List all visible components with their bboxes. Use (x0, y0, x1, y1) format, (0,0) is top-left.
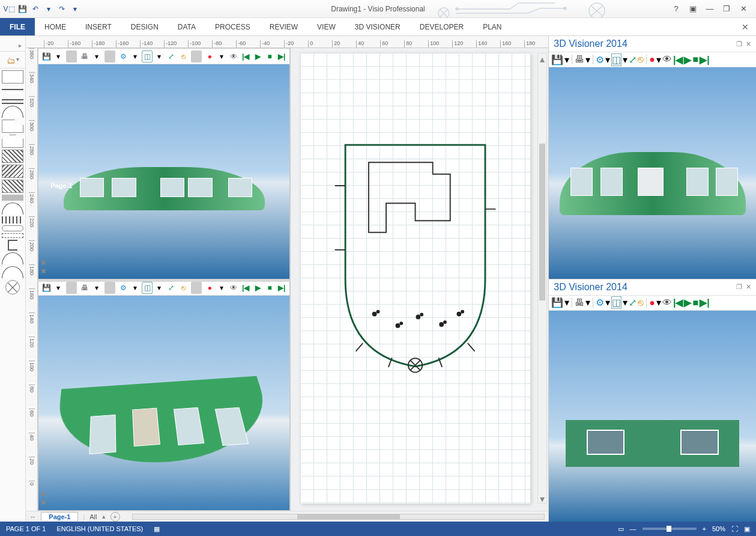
tb-save-icon[interactable]: 💾 (41, 50, 52, 62)
rtb1-eye-icon[interactable]: 👁 (662, 54, 672, 65)
tb-first-icon[interactable]: |◀ (240, 50, 251, 62)
rtb1-record-icon[interactable]: ● (649, 54, 655, 65)
shapes-stencil-icon[interactable]: 🗂 (7, 56, 15, 65)
shape-ceiling-outlet[interactable] (5, 280, 20, 294)
tb-print-dropdown[interactable]: ▾ (91, 50, 102, 62)
qat-undo-dropdown[interactable]: ▾ (43, 4, 54, 14)
3d-pane-front[interactable]: 💾▾ 🖶▾ ⚙▾ ◫▾ ⤢ ⎋ ●▾ 👁 |◀ ▶ ■ ▶| 3D VISION… (38, 48, 290, 279)
shape-hatch-1[interactable] (2, 150, 23, 163)
tb2-box-icon[interactable]: ◫ (142, 282, 153, 294)
shape-bars[interactable] (2, 216, 23, 224)
status-macro-icon[interactable]: ▦ (154, 525, 160, 533)
tb2-expand-icon[interactable]: ⤢ (166, 282, 177, 294)
page-nav-expand[interactable]: ↔ (29, 513, 36, 520)
rtb2-print-icon[interactable]: 🖶 (575, 297, 584, 308)
status-language[interactable]: ENGLISH (UNITED STATES) (56, 525, 143, 532)
vertical-scrollbar[interactable]: ▴ ▾ (537, 53, 547, 504)
tab-data[interactable]: DATA (168, 18, 205, 35)
zoom-out-button[interactable]: — (630, 525, 637, 532)
3d-viewport-2[interactable] (38, 296, 289, 510)
tab-file[interactable]: FILE (0, 18, 35, 35)
shape-slot[interactable] (2, 225, 23, 231)
tb2-eye-icon[interactable]: 👁 (228, 282, 239, 294)
add-page-button[interactable]: + (110, 512, 120, 522)
rtb2-save-icon[interactable]: 💾 (551, 297, 563, 308)
3d-viewport-1[interactable]: Page-1 (38, 64, 289, 279)
shape-line[interactable] (2, 89, 23, 94)
fullscreen-button[interactable]: ▣ (744, 525, 750, 533)
shape-dashed[interactable] (2, 233, 23, 238)
tb2-record-icon[interactable]: ● (204, 282, 215, 294)
rtb2-last-icon[interactable]: ▶| (700, 297, 709, 308)
tab-view[interactable]: VIEW (307, 18, 345, 35)
tb2-print-icon[interactable]: 🖶 (79, 282, 90, 294)
tb-play-icon[interactable]: ▶ (252, 50, 263, 62)
tb2-last-icon[interactable]: ▶| (276, 282, 287, 294)
pushpin-icon[interactable]: ✖ (41, 267, 46, 275)
rp2-close-icon[interactable]: ✕ (746, 283, 751, 291)
rtb1-save-icon[interactable]: 💾 (551, 54, 563, 65)
pin2-icon[interactable]: ✖ (41, 490, 46, 498)
zoom-level[interactable]: 50% (712, 525, 725, 532)
rtb2-stop-icon[interactable]: ■ (692, 297, 698, 308)
vertical-ruler[interactable]: 3603403203002802602402202001801601401201… (26, 48, 38, 511)
floorplan-pane[interactable]: ▴ ▾ (290, 48, 548, 511)
tab-insert[interactable]: INSERT (76, 18, 121, 35)
all-pages-button[interactable]: All (89, 513, 97, 520)
tab-review[interactable]: REVIEW (260, 18, 307, 35)
tb2-config-icon[interactable]: ⚙ (118, 282, 129, 294)
shape-slab[interactable] (2, 195, 23, 201)
tb2-play-icon[interactable]: ▶ (252, 282, 263, 294)
minimize-button[interactable]: — (703, 4, 716, 13)
zoom-slider[interactable] (643, 528, 697, 530)
horizontal-ruler[interactable]: -20-160-180-160-140-120-100-80-60-40-200… (26, 36, 548, 48)
shape-arc-left[interactable] (2, 106, 23, 118)
tb-stop-icon[interactable]: ■ (264, 50, 275, 62)
rtb2-record-icon[interactable]: ● (649, 297, 655, 308)
rtb1-last-icon[interactable]: ▶| (700, 54, 709, 65)
shapes-stencil-dropdown[interactable]: ▾ (16, 56, 19, 65)
ribbon-display-options[interactable]: ▣ (686, 4, 700, 13)
rtb1-box-icon[interactable]: ◫ (611, 53, 621, 66)
tb2-first-icon[interactable]: |◀ (240, 282, 251, 294)
horizontal-splitter[interactable] (38, 279, 290, 282)
tb2-stop-icon[interactable]: ■ (264, 282, 275, 294)
tab-home[interactable]: HOME (35, 18, 76, 35)
page-tab-1[interactable]: Page-1 (41, 512, 78, 521)
rp2-restore-icon[interactable]: ❐ (736, 283, 742, 291)
fit-to-window-button[interactable]: ⛶ (731, 525, 738, 532)
tab-developer[interactable]: DEVELOPER (410, 18, 473, 35)
shape-hatch-2[interactable] (2, 165, 23, 178)
horizontal-scrollbar[interactable] (132, 514, 545, 520)
tb-expand-icon[interactable]: ⤢ (166, 50, 177, 62)
3d-pane-iso[interactable]: 💾▾ 🖶▾ ⚙▾ ◫▾ ⤢ ⎋ ●▾ 👁 |◀ ▶ ■ ▶| 3D VISION… (38, 279, 290, 511)
rtb2-config-icon[interactable]: ⚙ (596, 297, 604, 308)
shape-double-line[interactable] (2, 99, 23, 104)
tab-process[interactable]: PROCESS (205, 18, 260, 35)
rtb1-play-icon[interactable]: ▶ (684, 54, 691, 65)
close-button[interactable]: ✕ (737, 4, 750, 13)
right-viewport-2[interactable] (549, 311, 756, 522)
all-pages-dropdown[interactable]: ▴ (102, 513, 106, 520)
rtb1-first-icon[interactable]: |◀ (673, 54, 683, 65)
shape-bracket[interactable] (8, 240, 17, 251)
tab-plan[interactable]: PLAN (473, 18, 511, 35)
qat-undo-icon[interactable]: ↶ (30, 4, 41, 14)
app-icon[interactable]: V⬚ (4, 4, 14, 14)
floorplan-drawing[interactable] (328, 89, 503, 422)
tb-print-icon[interactable]: 🖶 (79, 50, 90, 62)
shape-double-door[interactable] (2, 266, 23, 278)
tb2-save-icon[interactable]: 💾 (41, 282, 52, 294)
rtb1-expand-icon[interactable]: ⤢ (629, 54, 637, 65)
rp1-close-icon[interactable]: ✕ (746, 40, 751, 48)
shape-hatch-3[interactable] (2, 180, 23, 193)
rtb2-eye-icon[interactable]: 👁 (662, 297, 672, 308)
rp1-restore-icon[interactable]: ❐ (736, 40, 742, 48)
shape-swing-door[interactable] (2, 252, 23, 264)
rtb2-box-icon[interactable]: ◫ (611, 296, 621, 309)
tb2-link-icon[interactable]: ⎋ (178, 282, 189, 294)
tb-link-icon[interactable]: ⎋ (178, 50, 189, 62)
status-presentation-icon[interactable]: ▭ (618, 525, 624, 533)
qat-redo-icon[interactable]: ↷ (56, 4, 67, 14)
shape-wall[interactable] (2, 70, 23, 84)
